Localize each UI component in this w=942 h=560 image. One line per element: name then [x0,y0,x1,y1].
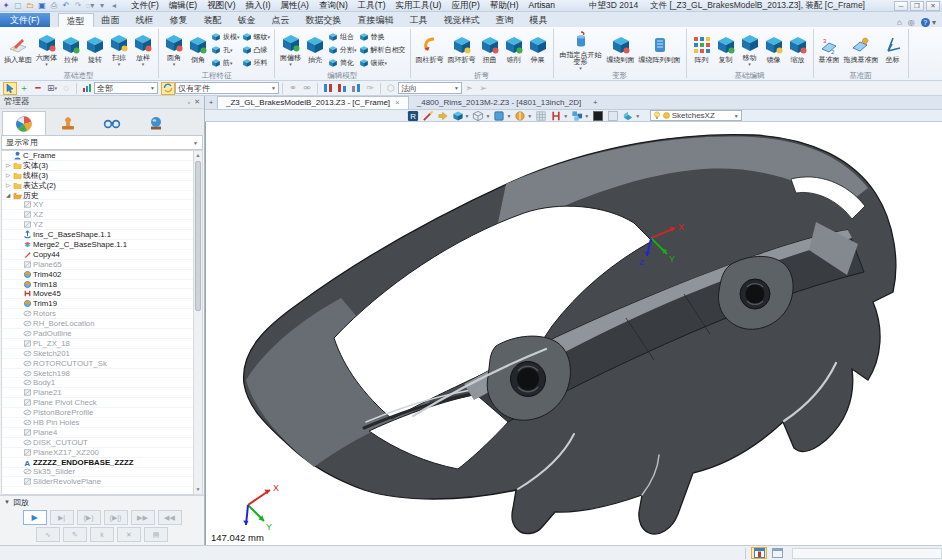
expander-icon[interactable]: ▷ [4,182,12,188]
tree-item-DISK_CUTOUT[interactable]: DISK_CUTOUT [2,438,193,448]
replay-play-stop-button[interactable]: (▶|) [104,510,128,525]
menu-实用工具(U)[interactable]: 实用工具(U) [391,0,447,11]
ribbon-button-坯料[interactable]: 坯料 [242,56,271,69]
ribbon-button-移动[interactable]: 移动▾ [738,33,762,66]
tree-item-XY[interactable]: XY [2,200,193,210]
shaded-cube-icon[interactable]: ▼ [452,110,470,122]
ribbon-button-插入草图[interactable]: 插入草图 [2,35,34,64]
open-file-icon[interactable]: 🗀 [24,0,36,11]
lasso-select-icon[interactable]: ◌ [59,82,73,95]
wireframe-cube-icon[interactable]: ▼ [472,110,490,122]
scroll-up-icon[interactable]: ▲ [194,151,202,160]
background-dark-icon[interactable] [592,110,604,122]
manager-tab-render[interactable] [134,111,178,135]
window-select-icon[interactable]: ⊞▾ [45,82,59,95]
ribbon-button-解析自相交[interactable]: 解析自相交 [359,43,406,56]
tree-item-RH_BoreLocation[interactable]: RH_BoreLocation [2,319,193,329]
print-icon[interactable]: ⎙ [48,0,60,11]
ribbon-button-筋[interactable]: 筋 ▾ [211,56,240,69]
tab-close-icon[interactable]: × [395,97,400,109]
section-icon[interactable]: ▼ [514,110,532,122]
replay-image-button[interactable]: ▤ [144,527,168,542]
menu-帮助(H)[interactable]: 帮助(H) [485,0,524,11]
tree-item-Trim402[interactable]: Trim402 [2,270,193,280]
menu-属性(A)[interactable]: 属性(A) [276,0,314,11]
add-tab-icon[interactable]: + [589,96,601,109]
tree-item-Rotors[interactable]: Rotors [2,309,193,319]
ribbon-button-圆角[interactable]: 圆角▾ [162,33,186,66]
help-icon[interactable]: ? ▾ [921,18,936,27]
ribbon-tab-点云[interactable]: 点云 [264,13,298,27]
ribbon-tab-曲面[interactable]: 曲面 [94,13,128,27]
expander-icon[interactable]: ◢ [4,192,12,198]
material-icon[interactable]: ▼ [622,110,640,122]
tree-item-Sketch198[interactable]: Sketch198 [2,369,193,379]
grid-icon[interactable] [535,110,547,122]
tree-item-PistonBoreProfile[interactable]: PistonBoreProfile [2,408,193,418]
tree-item-Sk35_Slider[interactable]: Sk35_Slider [2,468,193,478]
pointer-snap-icon[interactable]: ➣ [462,82,476,95]
manager-tab-assembly[interactable] [46,111,90,135]
scrollbar-thumb[interactable] [195,161,201,311]
ribbon-button-缩放[interactable]: 缩放 [786,35,810,64]
home-icon[interactable]: ⌂ [897,18,902,27]
column-sort-icon[interactable] [321,82,335,95]
replay-rewind-button[interactable]: ◀◀ [158,510,182,525]
tree-item-Plane65[interactable]: Plane65 [2,260,193,270]
tree-item-Copy44[interactable]: Copy44 [2,250,193,260]
ribbon-button-六面体[interactable]: 六面体▾ [34,33,59,66]
ribbon-button-分割[interactable]: 分割 ▾ [328,43,357,56]
ribbon-button-镜像[interactable]: 镜像 [762,35,786,64]
menu-文件(F)[interactable]: 文件(F) [126,0,164,11]
tree-item-PadOutline[interactable]: PadOutline [2,329,193,339]
normal-combo[interactable]: 法向▼ [398,82,462,94]
tree-item-Ins_C_BaseShape.1.1[interactable]: Ins_C_BaseShape.1.1 [2,230,193,240]
menu-查询(N)[interactable]: 查询(N) [314,0,353,11]
replay-play-to-button[interactable]: ▶| [50,510,74,525]
replay-fast-forward-button[interactable]: ▶▶ [131,510,155,525]
ribbon-button-坐标[interactable]: 坐标 [881,35,905,64]
replay-play-one-button[interactable]: (▶) [77,510,101,525]
pick-filter-icon[interactable] [3,82,17,95]
ribbon-button-缠绕阵列到面[interactable]: 缠绕阵列到面 [637,35,683,64]
close-button[interactable]: ✕ [926,1,940,11]
ribbon-tab-线框[interactable]: 线框 [128,13,162,27]
replay-pencil-button[interactable]: ✎ [63,527,87,542]
display-filter-combo[interactable]: 显示常用▼ [1,135,203,150]
ribbon-tab-工具[interactable]: 工具 [402,13,436,27]
ribbon-button-基准面[interactable]: 32基准面 [817,35,842,64]
ribbon-button-倒角[interactable]: 倒角 [186,35,210,64]
menu-视图(V)[interactable]: 视图(V) [202,0,240,11]
ribbon-tab-修复[interactable]: 修复 [162,13,196,27]
remove-select-icon[interactable]: ━ [31,82,45,95]
link-icon[interactable]: ⚭ [286,82,300,95]
ribbon-button-简化[interactable]: 简化 [328,56,357,69]
ribbon-button-伸展[interactable]: 伸展 [526,35,550,64]
layout-split-icon[interactable] [769,547,785,559]
ribbon-button-阵列[interactable]: 阵列 [690,35,714,64]
tree-item-PL_ZX_18[interactable]: PL_ZX_18 [2,339,193,349]
menu-工具(T)[interactable]: 工具(T) [353,0,391,11]
menu-插入(I)[interactable]: 插入(I) [241,0,276,11]
replay-play-button[interactable]: ▶ [23,510,47,525]
document-tab[interactable]: _4800_Rims_2013M-2.Z3 - [4801_13inch_2D] [409,96,590,109]
filter-parts-combo[interactable]: 仅有零件▼ [175,82,279,94]
view-combo[interactable]: SketchesXZ▼ [650,110,742,121]
tree-item-SliderRevolvePlane[interactable]: SliderRevolvePlane [2,477,193,487]
scroll-down-icon[interactable]: ▼ [194,485,202,494]
ribbon-button-缠绕到面[interactable]: 缠绕到面 [605,35,637,64]
menu-编辑(E)[interactable]: 编辑(E) [164,0,202,11]
ribbon-button-扭曲[interactable]: 扭曲 [478,35,502,64]
ribbon-button-由指定点开始变形[interactable]: 由指定点开始变形▾ [557,30,605,70]
ribbon-button-圆柱折弯[interactable]: 圆柱折弯 [414,35,446,64]
ribbon-button-复制[interactable]: 复制 [714,35,738,64]
ribbon-button-面偏移[interactable]: 面偏移▾ [278,33,303,66]
quickbar-more-icon[interactable]: ▾ [96,0,108,11]
export-icon[interactable] [437,110,449,122]
ribbon-button-组合[interactable]: 组合 [328,30,357,43]
filter-all-combo[interactable]: 全部▼ [94,82,158,94]
manager-tab-history[interactable] [2,111,46,135]
background-light-icon[interactable] [607,110,619,122]
regen-icon[interactable]: R [407,110,419,122]
face-display-icon[interactable]: ▼ [493,110,511,122]
